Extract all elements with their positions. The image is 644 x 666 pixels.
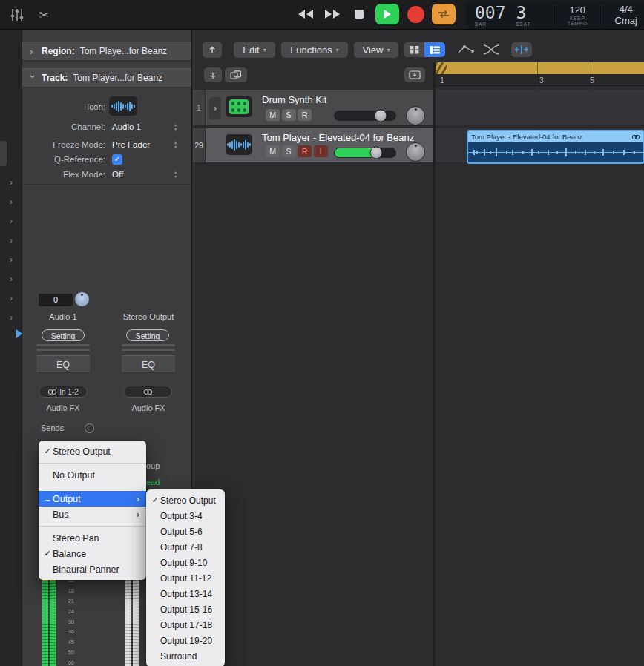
strip-slot	[36, 349, 90, 351]
param-row-q-reference[interactable]: Q-Reference: ✓	[22, 153, 191, 168]
disclosure-chevron-icon[interactable]: ›	[0, 230, 22, 249]
functions-menu-button[interactable]: Functions ▾	[281, 42, 348, 58]
channel-stepper[interactable]: ▴▾	[174, 122, 177, 131]
disclosure-chevron-icon[interactable]: ›	[0, 172, 22, 191]
menu-item-bus[interactable]: Bus›	[39, 507, 146, 522]
view-menu-button[interactable]: View ▾	[354, 42, 398, 58]
forward-button[interactable]	[322, 4, 343, 24]
volume-slider-thumb[interactable]	[375, 110, 387, 122]
key-signature: Cmaj	[615, 15, 637, 26]
submenu-item-output-11-12[interactable]: Output 11-12	[146, 570, 225, 586]
sends-row[interactable]: Sends	[36, 422, 96, 434]
track-1-r-button[interactable]: R	[298, 109, 312, 121]
track-1-m-button[interactable]: M	[266, 109, 280, 121]
audio-fx-slot-left[interactable]: Audio FX	[36, 403, 90, 412]
submenu-item-output-9-10[interactable]: Output 9-10	[146, 555, 225, 570]
grid-view-button[interactable]	[404, 42, 424, 57]
param-row-icon: Icon:	[22, 96, 191, 117]
catch-playhead-button[interactable]	[203, 42, 222, 58]
submenu-item-output-3-4[interactable]: Output 3-4	[146, 508, 225, 524]
submenu-item-surround[interactable]: Surround	[146, 648, 225, 664]
stop-button[interactable]	[349, 4, 369, 24]
menu-item-balance[interactable]: ✓Balance	[39, 546, 146, 561]
param-label-channel: Channel:	[22, 122, 105, 131]
track-list-view-button[interactable]	[424, 42, 445, 57]
input-button-left[interactable]: In 1-2	[39, 386, 88, 398]
track-29-m-button[interactable]: M	[266, 145, 280, 157]
menu-item-no-output[interactable]: No Output	[39, 467, 146, 483]
cycle-range-band[interactable]	[436, 62, 644, 74]
submenu-item-output-7-8[interactable]: Output 7-8	[146, 539, 225, 555]
param-row-channel[interactable]: Channel: Audio 1 ▴▾	[22, 120, 191, 135]
flex-button[interactable]	[511, 42, 532, 57]
volume-slider[interactable]	[334, 111, 396, 121]
setting-button-right[interactable]: Setting	[126, 329, 169, 341]
pan-knob[interactable]	[406, 106, 425, 125]
send-knob[interactable]	[85, 423, 94, 433]
submenu-item-output-13-14[interactable]: Output 13-14	[146, 586, 225, 601]
track-number: 29	[193, 128, 206, 162]
track-29-s-button[interactable]: S	[282, 145, 296, 157]
track-29-r-button[interactable]: R	[298, 145, 312, 157]
disclosure-chevron-icon[interactable]: ›	[0, 268, 22, 288]
bar-ruler[interactable]: 1 3 5	[436, 62, 644, 86]
menu-item-output[interactable]: –Output›	[39, 491, 146, 507]
pan-knob[interactable]	[406, 142, 425, 162]
track-inspector-header[interactable]: › Track: Tom Player...for Beanz	[22, 68, 191, 88]
menu-item-stereo-output[interactable]: ✓Stereo Output	[39, 444, 146, 459]
eq-button-left[interactable]: EQ	[36, 355, 90, 373]
region-header-label: Region:	[42, 46, 75, 56]
record-button[interactable]	[405, 4, 426, 24]
scissors-icon[interactable]: ✂	[34, 5, 53, 24]
track-1-lane[interactable]	[436, 90, 644, 127]
volume-slider-thumb[interactable]	[370, 147, 383, 159]
output-format-button-right[interactable]	[123, 386, 172, 398]
lcd-display[interactable]: 007 BAR 3 BEAT 120 KEEP TEMPO 4/4 Cmaj	[466, 1, 644, 29]
disclosure-chevron-icon[interactable]: ›	[0, 191, 22, 211]
submenu-item-output-5-6[interactable]: Output 5-6	[146, 524, 225, 539]
track-1-s-button[interactable]: S	[282, 109, 296, 121]
param-row-flex-mode[interactable]: Flex Mode: Off ▴▾	[22, 168, 191, 182]
submenu-item-output-15-16[interactable]: Output 15-16	[146, 601, 225, 617]
gain-value-box[interactable]: 0	[39, 294, 73, 306]
disclosure-chevron-icon[interactable]: ›	[0, 307, 22, 326]
track-stack-disclosure-button[interactable]: ›	[209, 97, 221, 119]
edit-menu-button[interactable]: Edit ▾	[234, 42, 275, 58]
track-header-tom-player[interactable]: 29 Tom Player - Elevated-04 for Beanz MS…	[193, 128, 433, 164]
track-29-i-button[interactable]: I	[314, 145, 328, 157]
automation-button[interactable]	[456, 43, 476, 56]
submenu-item-stereo-output[interactable]: ✓Stereo Output	[146, 492, 225, 508]
track-name[interactable]: Drum Synth Kit	[262, 94, 326, 105]
track-name[interactable]: Tom Player - Elevated-04 for Beanz	[262, 132, 414, 143]
track-header-config-button[interactable]	[404, 67, 425, 82]
region-inspector-header[interactable]: › Region: Tom Playe...for Beanz	[22, 42, 191, 61]
setting-button-left[interactable]: Setting	[42, 329, 85, 341]
mixer-icon[interactable]	[7, 5, 27, 24]
audio-region[interactable]: Tom Player - Elevated-04 for Beanz	[467, 130, 644, 164]
cycle-button[interactable]	[432, 4, 456, 24]
menu-item-stereo-pan[interactable]: Stereo Pan	[39, 530, 146, 546]
flex-mode-stepper[interactable]: ▴▾	[174, 170, 177, 179]
submenu-item-output-19-20[interactable]: Output 19-20	[146, 633, 225, 648]
eq-button-right[interactable]: EQ	[122, 355, 175, 373]
rewind-button[interactable]	[295, 4, 316, 24]
freeze-mode-stepper[interactable]: ▴▾	[174, 140, 177, 149]
play-button[interactable]	[375, 4, 399, 24]
disclosure-chevron-icon[interactable]: ›	[0, 211, 22, 230]
volume-slider[interactable]	[334, 148, 396, 158]
panel-tab-handle[interactable]	[0, 141, 7, 166]
audio-fx-slot-right[interactable]: Audio FX	[122, 403, 175, 412]
disclosure-chevron-icon[interactable]: ›	[0, 249, 22, 268]
crossfade-button[interactable]	[482, 43, 501, 56]
region-title-bar[interactable]: Tom Player - Elevated-04 for Beanz	[468, 131, 643, 142]
disclosure-chevron-icon[interactable]: ›	[0, 288, 22, 307]
submenu-item-output-17-18[interactable]: Output 17-18	[146, 617, 225, 633]
param-row-freeze-mode[interactable]: Freeze Mode: Pre Fader ▴▾	[22, 138, 191, 153]
track-icon-button[interactable]	[109, 96, 137, 116]
pan-knob[interactable]	[74, 291, 90, 307]
track-header-drum-synth-kit[interactable]: 1 › Drum Synth Kit MSR	[193, 90, 433, 127]
menu-item-binaural-panner[interactable]: Binaural Panner	[39, 561, 146, 577]
ruler-numbers-row: 1 3 5	[436, 74, 644, 86]
add-track-button[interactable]: +	[204, 67, 222, 82]
duplicate-track-button[interactable]	[225, 67, 247, 82]
